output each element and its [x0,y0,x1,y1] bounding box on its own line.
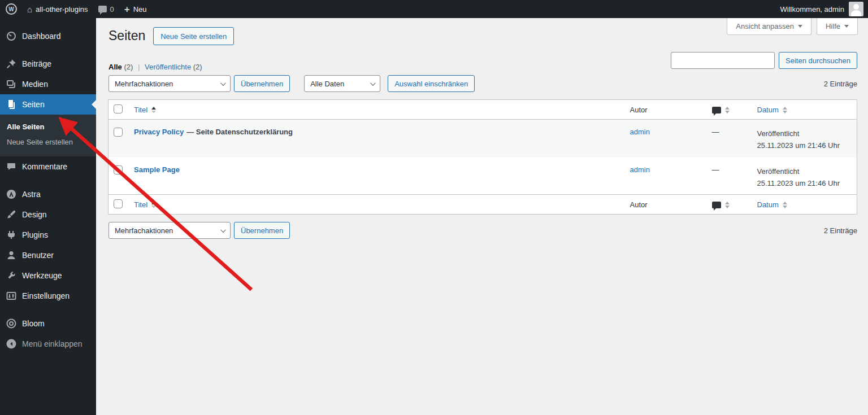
sidebar-item-comments[interactable]: Kommentare [0,156,96,177]
select-all-checkbox[interactable] [114,104,123,113]
table-footer-row: Titel Autor Datum [108,195,857,215]
view-published-link[interactable]: Veröffentlichte [145,63,191,71]
date-filter-select[interactable]: Alle Daten [304,75,380,92]
sliders-icon [6,290,17,302]
page-title-suffix: — Seite Datenschutzerklärung [186,128,293,136]
comment-bubble-icon [712,202,721,208]
date-header-label: Datum [757,200,779,209]
comments-value: — [712,165,719,174]
apply-button[interactable]: Übernehmen [234,222,290,239]
row-checkbox[interactable] [114,128,123,137]
sort-by-date-header[interactable]: Datum [757,106,787,114]
site-link[interactable]: ⌂ all-other-plugins [27,5,88,14]
page-title-link[interactable]: Privacy Policy [134,128,184,136]
date-text: 25.11.2023 um 21:46 Uhr [757,179,840,187]
author-header-label: Autor [630,106,648,114]
table-toolbar-top: Mehrfachaktionen Übernehmen Alle Daten A… [108,75,857,92]
sidebar-item-bloom[interactable]: Bloom [0,313,96,334]
search-input[interactable] [671,52,775,69]
date-text: 25.11.2023 um 21:46 Uhr [757,141,840,150]
admin-topbar: W ⌂ all-other-plugins 0 + Neu Willkommen… [0,0,868,18]
chevron-down-icon [370,80,376,86]
dashboard-icon [6,30,17,42]
sort-by-title-header[interactable]: Titel [134,200,156,209]
welcome-text: Willkommen, admin [780,5,844,14]
bulk-action-value: Mehrfachaktionen [115,226,173,235]
sidebar-item-posts[interactable]: Beiträge [0,54,96,74]
sidebar-item-tools[interactable]: Werkzeuge [0,265,96,286]
sort-indicator-icon [783,202,787,208]
status-text: Veröffentlicht [757,129,800,138]
sort-by-comments-header[interactable] [712,200,730,209]
new-content-menu[interactable]: + Neu [124,5,147,14]
sidebar-item-astra[interactable]: Astra [0,184,96,204]
chevron-down-icon [220,227,226,233]
user-icon [6,250,17,261]
view-separator: | [138,63,140,71]
sidebar-item-appearance[interactable]: Design [0,204,96,225]
add-new-page-button[interactable]: Neue Seite erstellen [153,27,234,45]
wordpress-logo-menu[interactable]: W [6,3,17,15]
bulk-action-select[interactable]: Mehrfachaktionen [108,222,231,239]
view-all-link[interactable]: Alle [108,63,122,71]
sidebar-item-label: Dashboard [22,32,61,41]
chevron-down-icon [798,25,802,28]
apply-button[interactable]: Übernehmen [234,75,290,92]
table-toolbar-bottom: Mehrfachaktionen Übernehmen 2 Einträge [108,222,857,239]
comments-shortcut[interactable]: 0 [98,5,114,14]
wrench-icon [6,270,17,281]
title-header-label: Titel [134,106,147,114]
astra-logo-icon [6,189,17,200]
page-title: Seiten [108,28,145,45]
author-header-label: Autor [630,200,648,209]
sidebar-item-dashboard[interactable]: Dashboard [0,26,96,46]
sidebar-item-label: Medien [22,80,48,89]
avatar[interactable] [849,2,863,16]
sidebar-item-settings[interactable]: Einstellungen [0,286,96,306]
view-filter-links: Alle (2) | Veröffentlichte (2) [108,63,202,71]
table-row: Sample Page admin — Veröffentlicht25.11.… [108,158,857,195]
submenu-item-add-new-page[interactable]: Neue Seite erstellen [0,134,96,150]
sort-by-date-header[interactable]: Datum [757,200,787,209]
search-pages-button[interactable]: Seiten durchsuchen [779,52,857,69]
menu-separator [0,177,96,184]
sidebar-item-pages[interactable]: Seiten [0,94,96,115]
pin-icon [6,58,17,69]
sort-indicator-icon [725,202,730,208]
bulk-action-select[interactable]: Mehrfachaktionen [108,75,231,92]
menu-separator [0,46,96,54]
home-icon: ⌂ [27,5,32,14]
sidebar-item-media[interactable]: Medien [0,74,96,94]
sort-indicator-icon [151,107,156,113]
sidebar-item-users[interactable]: Benutzer [0,245,96,265]
row-checkbox[interactable] [114,165,123,174]
sidebar-item-label: Design [22,210,47,219]
screen-options-tab[interactable]: Ansicht anpassen [727,18,811,35]
help-label: Hilfe [826,22,840,30]
bulk-action-value: Mehrfachaktionen [115,80,173,88]
paintbrush-icon [6,209,17,220]
main-content: Ansicht anpassen Hilfe Seiten Neue Seite… [96,18,868,415]
table-row: Privacy Policy— Seite Datenschutzerkläru… [108,120,857,158]
author-link[interactable]: admin [630,128,650,136]
entries-count: 2 Einträge [824,226,857,235]
collapse-menu-button[interactable]: Menü einklappen [0,334,96,354]
author-link[interactable]: admin [630,165,650,174]
page-title-link[interactable]: Sample Page [134,165,180,174]
sidebar-item-label: Werkzeuge [22,271,62,280]
title-header-label: Titel [134,200,147,209]
help-tab[interactable]: Hilfe [817,18,858,35]
sidebar-item-label: Einstellungen [22,291,70,300]
select-all-checkbox[interactable] [114,199,123,208]
plug-icon [6,229,17,241]
wordpress-logo-icon: W [6,3,17,15]
sort-by-title-header[interactable]: Titel [134,106,156,114]
sort-indicator-icon [151,202,156,208]
sidebar-item-plugins[interactable]: Plugins [0,225,96,245]
chevron-down-icon [844,25,849,28]
filter-button[interactable]: Auswahl einschränken [388,75,475,92]
submenu-item-all-pages[interactable]: Alle Seiten [0,119,96,134]
status-text: Veröffentlicht [757,167,800,176]
sort-by-comments-header[interactable] [712,106,730,114]
bloom-logo-icon [6,318,17,329]
